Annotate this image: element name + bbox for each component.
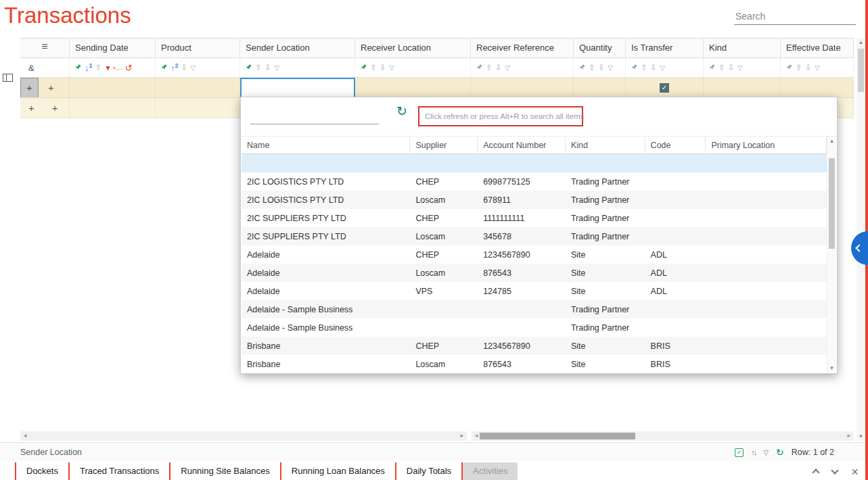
filter-cell-receiver-location[interactable]: ⇧⇩▽ (355, 58, 471, 77)
row-header-button[interactable]: + (20, 78, 39, 98)
lookup-cell-kind[interactable]: Site (566, 264, 645, 282)
lookup-cell-supplier[interactable]: VPS (410, 282, 478, 300)
new-row-cell-indicator[interactable]: ++ (20, 98, 70, 118)
new-row-cell-product[interactable] (156, 98, 240, 118)
scroll-down-icon[interactable]: ▼ (856, 433, 865, 439)
sort-asc-icon[interactable]: ⇧ (370, 63, 377, 72)
new-row-cell-sending-date[interactable] (70, 78, 156, 98)
lookup-cell-kind[interactable]: Trading Partner (566, 172, 645, 191)
lookup-cell-supplier[interactable]: CHEP (410, 172, 478, 191)
lookup-cell-name[interactable]: Adelaide (242, 245, 410, 264)
lookup-cell-name[interactable]: Adelaide - Sample Business (242, 318, 410, 337)
column-header-sending-date[interactable]: Sending Date (70, 39, 156, 57)
lookup-cell-code[interactable] (645, 227, 706, 245)
lookup-cell-name[interactable]: Brisbane (242, 355, 410, 373)
lookup-cell-code[interactable] (645, 209, 706, 227)
lookup-row[interactable]: 2IC LOGISTICS PTY LTDCHEP6998775125Tradi… (242, 172, 827, 191)
lookup-cell-primary-location[interactable] (706, 245, 827, 264)
scroll-left-icon[interactable]: ◄ (22, 433, 28, 439)
lookup-cell-code[interactable] (645, 191, 706, 209)
lookup-cell-primary-location[interactable] (706, 337, 827, 355)
lookup-cell-account-number[interactable]: 1111111111 (478, 209, 566, 227)
lookup-cell-kind[interactable]: Trading Partner (566, 300, 645, 318)
lookup-row[interactable]: AdelaideVPS124785SiteADL (242, 282, 827, 300)
new-row-cell-receiver-location[interactable] (355, 78, 471, 98)
calendar-check-icon[interactable]: ✓ (735, 448, 744, 457)
sort-desc-icon[interactable]: ⇩ (495, 63, 502, 72)
lookup-cell-kind[interactable] (566, 154, 645, 172)
filter-icon[interactable]: ▽ (389, 64, 394, 72)
lookup-cell-name[interactable]: Brisbane (242, 337, 410, 355)
lookup-cell-account-number[interactable]: 1234567890 (478, 245, 566, 264)
lookup-row[interactable]: Adelaide - Sample BusinessTrading Partne… (242, 318, 827, 337)
sort-desc-icon[interactable]: ⇩ (805, 63, 812, 72)
close-icon[interactable]: × (851, 465, 859, 478)
lookup-cell-code[interactable]: BRIS (645, 355, 706, 373)
lookup-cell-name[interactable] (242, 154, 410, 172)
new-row-cell-receiver-reference[interactable] (471, 78, 574, 98)
scroll-up-icon[interactable]: ▲ (827, 138, 836, 144)
filter-cell-kind[interactable]: ⇧⇩▽ (704, 58, 781, 77)
lookup-column-account-number[interactable]: Account Number (478, 137, 566, 153)
lookup-cell-primary-location[interactable] (706, 191, 827, 209)
lookup-cell-supplier[interactable] (410, 300, 478, 318)
sort-asc-icon[interactable]: ⇧ (486, 63, 493, 72)
lookup-cell-account-number[interactable] (478, 154, 566, 172)
lookup-cell-code[interactable]: ADL (645, 245, 706, 264)
lookup-cell-kind[interactable]: Trading Partner (566, 191, 645, 209)
clear-filter-icon[interactable]: ↺ (125, 63, 133, 73)
lookup-cell-supplier[interactable]: Loscam (410, 191, 478, 209)
filter-icon[interactable]: ▽ (608, 64, 613, 72)
lookup-column-kind[interactable]: Kind (566, 137, 645, 153)
lookup-cell-kind[interactable]: Trading Partner (566, 318, 645, 337)
pin-icon[interactable] (475, 64, 483, 72)
lookup-cell-account-number[interactable]: 345678 (478, 227, 566, 245)
sort-desc-icon[interactable]: ⇩ (650, 63, 657, 72)
lookup-cell-account-number[interactable]: 1234567890 (478, 337, 566, 355)
scroll-thumb[interactable] (480, 433, 635, 439)
add-icon[interactable]: + (28, 102, 35, 114)
lookup-cell-name[interactable]: 2IC SUPPLIERS PTY LTD (242, 209, 410, 227)
column-header-effective-date[interactable]: Effective Date (781, 39, 854, 57)
sender-location-editor-cell[interactable] (240, 78, 355, 98)
refresh-icon[interactable]: ↻ (776, 447, 784, 458)
lookup-cell-primary-location[interactable] (706, 172, 827, 191)
sort-asc-icon[interactable]: ⇧ (796, 63, 802, 72)
lookup-cell-kind[interactable]: Trading Partner (566, 227, 645, 245)
pin-icon[interactable] (785, 64, 793, 72)
lookup-row[interactable] (242, 154, 827, 172)
filter-cell-effective-date[interactable]: ⇧⇩▽ (781, 58, 854, 77)
lookup-cell-kind[interactable]: Site (566, 282, 645, 300)
pin-icon[interactable] (160, 64, 168, 72)
chevron-down-icon[interactable] (831, 466, 838, 474)
lookup-cell-account-number[interactable] (478, 318, 566, 337)
sort-desc-active-icon[interactable]: ↓1 (85, 62, 93, 73)
lookup-cell-kind[interactable]: Site (566, 245, 645, 264)
filter-icon[interactable]: ▽ (505, 64, 510, 72)
scroll-up-icon[interactable]: ▲ (856, 39, 865, 45)
add-icon[interactable]: + (52, 102, 58, 114)
new-row-cell-is-transfer[interactable]: ✓ (626, 78, 704, 98)
new-row-cell-sending-date[interactable] (70, 98, 156, 118)
filter-cell-receiver-reference[interactable]: ⇧⇩▽ (471, 58, 574, 77)
sort-icon[interactable]: ⇩ (181, 63, 188, 72)
tab-running-site-balances[interactable]: Running Site Balances (169, 462, 280, 480)
filter-cell-sending-date[interactable]: ↓1⇧▼=…↺ (70, 58, 156, 77)
sort-desc-icon[interactable]: ⇩ (598, 63, 605, 72)
sort-asc-active-icon[interactable]: ↑2 (170, 62, 179, 73)
tab-traced-transactions[interactable]: Traced Transactions (68, 462, 169, 480)
lookup-cell-name[interactable]: 2IC SUPPLIERS PTY LTD (242, 227, 410, 245)
filter-icon[interactable]: ▽ (660, 64, 665, 72)
lookup-cell-supplier[interactable]: CHEP (410, 209, 478, 227)
lookup-cell-primary-location[interactable] (706, 318, 827, 337)
column-chooser-button[interactable]: ≡ (20, 39, 70, 57)
filter-icon[interactable]: ▽ (737, 64, 743, 72)
pin-icon[interactable] (74, 64, 82, 72)
dropdown-scrollbar[interactable]: ▲ ▼ (827, 137, 836, 373)
sort-asc-icon[interactable]: ⇧ (641, 63, 647, 72)
filter-icon[interactable]: ▽ (191, 64, 196, 72)
filter-cell-quantity[interactable]: ⇧⇩▽ (574, 58, 626, 77)
lookup-cell-supplier[interactable]: Loscam (410, 264, 478, 282)
lookup-row[interactable]: AdelaideLoscam876543SiteADL (242, 264, 827, 282)
sort-asc-icon[interactable]: ⇧ (255, 63, 262, 72)
